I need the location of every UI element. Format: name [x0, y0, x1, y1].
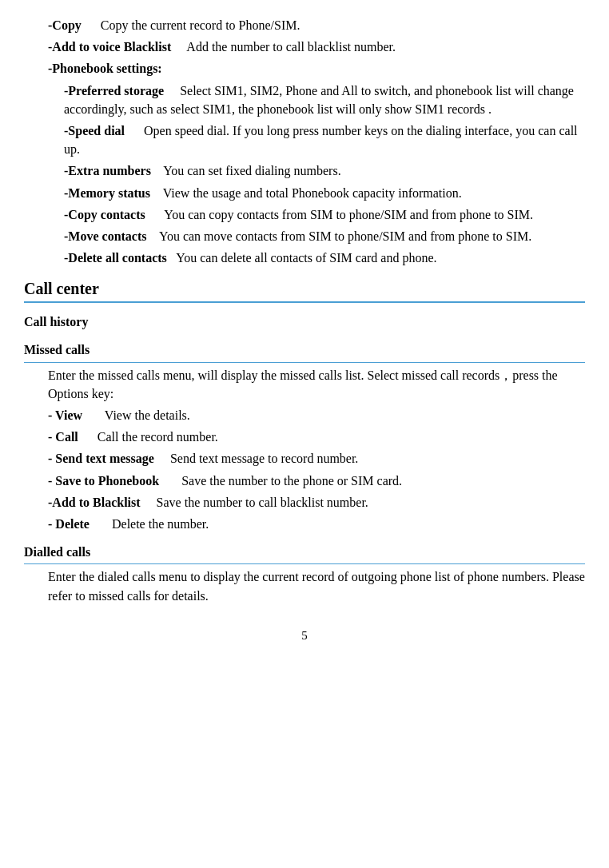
copy-line: -Copy Copy the current record to Phone/S…	[24, 16, 585, 34]
delete-option: - Delete Delete the number.	[24, 515, 585, 533]
missed-calls-heading: Missed calls	[24, 340, 585, 362]
move-contacts-line: -Move contacts You can move contacts fro…	[24, 227, 585, 245]
preferred-storage-line: -Preferred storage Select SIM1, SIM2, Ph…	[24, 82, 585, 118]
add-to-blacklist-option: -Add to Blacklist Save the number to cal…	[24, 493, 585, 512]
call-history-heading: Call history	[24, 313, 585, 331]
call-option: - Call Call the record number.	[24, 428, 585, 446]
send-text-option: - Send text message Send text message to…	[24, 449, 585, 468]
call-center-heading: Call center	[24, 280, 585, 303]
missed-calls-section: Enter the missed calls menu, will displa…	[24, 366, 585, 534]
page-content: -Copy Copy the current record to Phone/S…	[24, 16, 585, 643]
copy-contacts-line: -Copy contacts You can copy contacts fro…	[24, 205, 585, 224]
speed-dial-line: -Speed dial Open speed dial. If you long…	[24, 121, 585, 158]
dialled-calls-heading: Dialled calls	[24, 543, 585, 564]
view-option: - View View the details.	[24, 406, 585, 424]
page-number: 5	[24, 629, 585, 643]
add-voice-blacklist-line: -Add to voice Blacklist Add the number t…	[24, 38, 585, 56]
memory-status-line: -Memory status View the usage and total …	[24, 184, 585, 202]
missed-calls-intro: Enter the missed calls menu, will displa…	[24, 366, 585, 403]
delete-all-contacts-line: -Delete all contacts You can delete all …	[24, 249, 585, 267]
phonebook-settings-heading: -Phonebook settings:	[24, 59, 585, 78]
intro-section: -Copy Copy the current record to Phone/S…	[24, 16, 585, 267]
dialled-calls-intro: Enter the dialed calls menu to display t…	[24, 567, 585, 604]
save-to-phonebook-option: - Save to Phonebook Save the number to t…	[24, 472, 585, 490]
extra-numbers-line: -Extra numbers You can set fixed dialing…	[24, 161, 585, 180]
dialled-calls-section: Enter the dialed calls menu to display t…	[24, 567, 585, 604]
